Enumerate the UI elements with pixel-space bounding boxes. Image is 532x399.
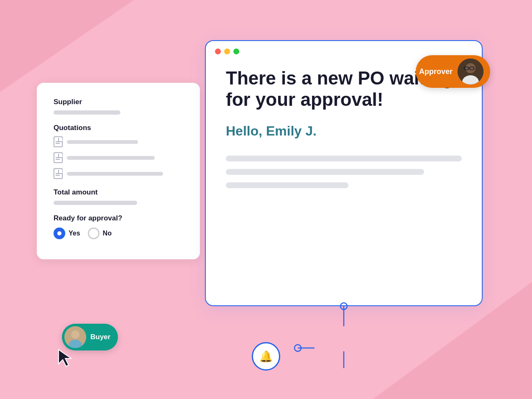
approver-label: Approver [419, 67, 453, 76]
window-controls [206, 41, 482, 54]
traffic-light-red [215, 49, 221, 54]
approval-section: Ready for approval? Yes No [54, 214, 183, 239]
svg-point-3 [294, 345, 301, 351]
notification-window: There is a new PO waiting for your appro… [205, 40, 483, 306]
supplier-label: Supplier [54, 98, 183, 106]
buyer-avatar [64, 326, 86, 348]
svg-marker-5 [59, 350, 71, 366]
radio-yes[interactable]: Yes [54, 228, 80, 239]
buyer-label: Buyer [90, 333, 110, 341]
quotations-list [54, 136, 183, 179]
buyer-badge: Buyer [62, 324, 118, 350]
total-amount-bar [54, 201, 137, 205]
traffic-light-green [233, 49, 239, 54]
doc-icon-3 [54, 168, 63, 179]
approver-badge: Approver [416, 55, 490, 88]
content-bars [226, 156, 462, 188]
quotation-bar-2 [67, 156, 155, 160]
content-bar-3 [226, 182, 348, 188]
radio-group: Yes No [54, 228, 183, 239]
radio-yes-label: Yes [69, 230, 80, 237]
doc-icon-2 [54, 152, 63, 163]
content-bar-1 [226, 156, 462, 161]
radio-no[interactable]: No [88, 228, 112, 239]
form-card: Supplier Quotations Total amount Ready f… [37, 83, 200, 259]
approval-label: Ready for approval? [54, 214, 183, 223]
approver-avatar [458, 59, 483, 84]
cursor-arrow [57, 349, 72, 369]
bell-circle: 🔔 [252, 342, 280, 371]
quotation-bar-3 [67, 172, 163, 176]
doc-icon-1 [54, 136, 63, 147]
radio-no-circle[interactable] [88, 228, 100, 239]
supplier-field-bar [54, 110, 120, 115]
radio-no-label: No [103, 230, 112, 237]
quotation-item-2 [54, 152, 183, 163]
quotations-label: Quotations [54, 124, 183, 132]
radio-yes-circle[interactable] [54, 228, 65, 239]
bg-shape-top-left [0, 0, 134, 92]
quotation-item-1 [54, 136, 183, 147]
total-amount-label: Total amount [54, 188, 183, 197]
traffic-light-yellow [224, 49, 230, 54]
quotation-bar-1 [67, 140, 138, 144]
svg-point-7 [71, 330, 79, 339]
quotation-item-3 [54, 168, 183, 179]
content-bar-2 [226, 169, 424, 175]
greeting: Hello, Emily J. [226, 123, 462, 139]
bell-icon: 🔔 [259, 350, 273, 363]
